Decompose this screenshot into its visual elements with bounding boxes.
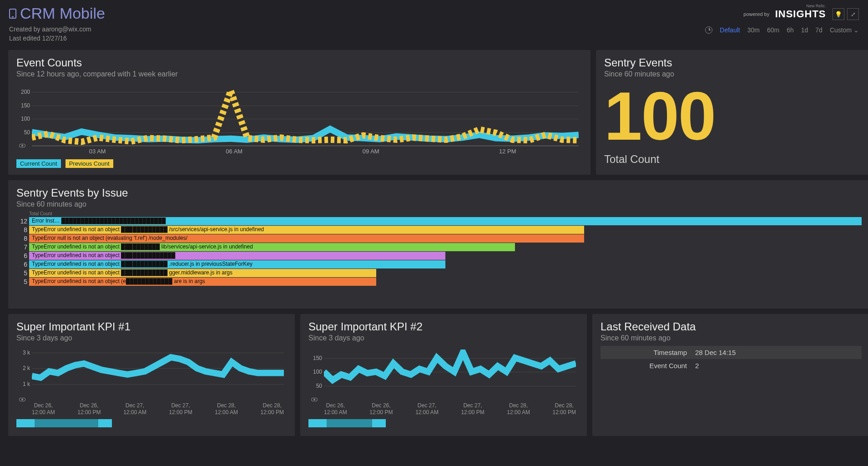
last-edited-label: Last edited 12/27/16 <box>9 34 859 43</box>
event-counts-chart[interactable]: 50100150200 <box>32 86 579 146</box>
panel-title: Super Important KPI #2 <box>308 320 579 333</box>
kpi2-legend <box>308 419 579 428</box>
time-option-custom[interactable]: Custom ⌄ <box>830 26 859 34</box>
time-option-7d[interactable]: 7d <box>815 26 823 34</box>
issue-count: 6 <box>16 252 27 259</box>
eye-icon <box>311 398 318 401</box>
issue-bar: TypeError undefined is not an object ███… <box>29 226 584 234</box>
cell-value: 28 Dec 14:15 <box>695 349 736 356</box>
expand-button[interactable]: ⤢ <box>847 8 859 20</box>
issue-row[interactable]: 8TypeError null is not an object (evalua… <box>16 234 862 243</box>
cell-key: Event Count <box>605 362 687 370</box>
kpi1-legend <box>16 419 287 428</box>
brand-small: New Relic. <box>775 4 826 8</box>
issue-bar: TypeError null is not an object (evaluat… <box>29 234 584 243</box>
time-option-6h[interactable]: 6h <box>787 26 794 34</box>
brand-logo: INSIGHTS <box>775 8 826 20</box>
panel-title: Sentry Events by Issue <box>16 187 862 199</box>
legend-current[interactable]: Current Count <box>16 159 61 168</box>
sentry-counter-panel: Sentry Events Since 60 minutes ago 100 T… <box>596 50 868 175</box>
kpi1-chart[interactable]: 1 k2 k3 k <box>32 350 284 400</box>
issue-bar: TypeError undefined is not an object ███… <box>29 243 515 251</box>
issue-count: 8 <box>16 226 27 233</box>
lightbulb-button[interactable]: 💡 <box>833 8 844 20</box>
issue-row[interactable]: 12Error Inst… ██████████████████████████… <box>16 217 862 225</box>
time-range-picker: Default 30m 60m 6h 1d 7d Custom ⌄ <box>705 26 859 34</box>
issue-bar: Error Inst… ███████████████████████████ <box>29 217 862 225</box>
panel-subtitle: Since 3 days ago <box>16 334 287 342</box>
issue-count: 8 <box>16 235 27 242</box>
kpi2-chart[interactable]: 50100150 <box>324 350 576 400</box>
time-option-30m[interactable]: 30m <box>747 26 760 34</box>
issue-row[interactable]: 6TypeError undefined is not an object ██… <box>16 260 862 268</box>
device-icon <box>9 9 16 19</box>
clock-icon <box>705 26 712 34</box>
issue-count: 7 <box>16 243 27 251</box>
table-row: Timestamp 28 Dec 14:15 <box>601 346 862 359</box>
panel-title: Event Counts <box>16 56 582 69</box>
chevron-down-icon: ⌄ <box>853 26 859 34</box>
sentry-total-count: 100 <box>604 82 862 150</box>
dashboard-header: CRM Mobile Created by aarong@wix.com Las… <box>0 0 868 46</box>
eye-icon <box>19 144 25 147</box>
issue-bar: TypeError undefined is not an object ███… <box>29 260 445 268</box>
time-option-default[interactable]: Default <box>720 26 740 34</box>
kpi2-panel: Super Important KPI #2 Since 3 days ago … <box>300 314 587 436</box>
panel-subtitle: Since 3 days ago <box>308 334 579 342</box>
issue-row[interactable]: 5TypeError undefined is not an object ██… <box>16 269 862 277</box>
issues-axis-label: Total Count <box>29 211 862 216</box>
panel-title: Last Received Data <box>601 320 862 333</box>
panel-subtitle: Since 60 minutes ago <box>604 70 862 78</box>
issue-count: 5 <box>16 269 27 277</box>
sentry-issues-panel: Sentry Events by Issue Since 60 minutes … <box>8 180 868 309</box>
issue-row[interactable]: 8TypeError undefined is not an object ██… <box>16 226 862 234</box>
table-row: Event Count 2 <box>601 359 862 372</box>
cell-value: 2 <box>695 362 699 370</box>
kpi1-panel: Super Important KPI #1 Since 3 days ago … <box>8 314 295 436</box>
time-option-1d[interactable]: 1d <box>801 26 808 34</box>
issue-bar: TypeError undefined is not an object ███… <box>29 252 445 260</box>
event-counts-panel: Event Counts Since 12 hours ago, compare… <box>8 50 590 175</box>
last-received-panel: Last Received Data Since 60 minutes ago … <box>592 314 868 436</box>
panel-title: Sentry Events <box>604 56 862 69</box>
issue-count: 6 <box>16 261 27 268</box>
time-option-60m[interactable]: 60m <box>767 26 779 34</box>
panel-subtitle: Since 12 hours ago, compared with 1 week… <box>16 70 582 78</box>
panel-subtitle: Since 60 minutes ago <box>16 200 862 208</box>
dashboard-title: CRM Mobile <box>20 5 105 22</box>
issue-row[interactable]: 5TypeError undefined is not an object (e… <box>16 278 862 286</box>
issue-bar: TypeError undefined is not an object ███… <box>29 269 376 277</box>
sentry-total-label: Total Count <box>604 153 862 166</box>
eye-icon <box>19 398 25 401</box>
panel-subtitle: Since 60 minutes ago <box>601 334 862 342</box>
issue-count: 5 <box>16 278 27 285</box>
powered-by-label: powered by <box>743 11 769 17</box>
panel-title: Super Important KPI #1 <box>16 320 287 333</box>
issue-count: 12 <box>16 218 27 225</box>
issue-bar: TypeError undefined is not an object (e█… <box>29 278 376 286</box>
issue-row[interactable]: 6TypeError undefined is not an object ██… <box>16 252 862 260</box>
issue-row[interactable]: 7TypeError undefined is not an object ██… <box>16 243 862 251</box>
legend-previous[interactable]: Previous Count <box>66 159 113 168</box>
cell-key: Timestamp <box>605 349 687 356</box>
